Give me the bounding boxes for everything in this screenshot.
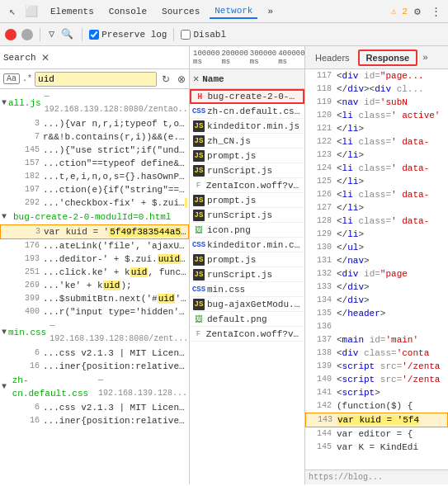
tree-line[interactable]: 16...iner{position:relative;display:inli… — [0, 360, 189, 373]
more-icon[interactable]: ⋮ — [427, 2, 445, 21]
file-item[interactable]: JSrunScript.js — [190, 208, 304, 223]
file-item[interactable]: JSkindeditor.min.js — [190, 119, 304, 134]
tree-line[interactable]: 6...css v2.1.3 | MIT License | git.io/n.… — [0, 347, 189, 360]
search-network-icon[interactable]: 🔍 — [59, 28, 75, 40]
resp-line[interactable]: 144var editor = { — [305, 427, 448, 441]
file-item[interactable]: CSSkindeditor.min.css — [190, 238, 304, 252]
resp-line[interactable]: 134</div> — [305, 294, 448, 307]
file-item[interactable]: JSprompt.js — [190, 149, 304, 163]
settings-icon[interactable]: ⚙ — [408, 2, 427, 21]
tree-toggle-bug-create[interactable]: ▼ — [2, 210, 12, 224]
file-item[interactable]: JSrunScript.js — [190, 163, 304, 178]
tree-line[interactable]: 6...css v2.1.3 | MIT License | git.io/n.… — [0, 401, 189, 414]
code-tree[interactable]: ▼ all.js — 192.168.139.128:8080/zentao..… — [0, 89, 189, 484]
file-item[interactable]: FZentaIcon.woff?v... — [190, 178, 304, 193]
tree-line[interactable]: 176...ateLink('file', 'ajaxUpload', 'uid… — [0, 239, 189, 252]
preserve-log-label[interactable]: Preserve log — [89, 30, 167, 40]
resp-line[interactable]: 118</div><div cl... — [305, 83, 448, 96]
resp-line[interactable]: 135</header> — [305, 307, 448, 320]
file-item[interactable]: JSzh_CN.js — [190, 134, 304, 149]
tab-response[interactable]: Response — [358, 50, 418, 66]
preserve-log-checkbox[interactable] — [89, 30, 99, 40]
tab-elements[interactable]: Elements — [45, 5, 99, 18]
tree-line[interactable]: 269...'ke' + kuid); — [0, 279, 189, 292]
record-button[interactable] — [5, 29, 17, 40]
file-item[interactable]: CSSmin.css — [190, 282, 304, 297]
tree-line[interactable]: 193...deditor-' + $.zui.uuid(); — [0, 252, 189, 266]
resp-line[interactable]: 122<li class=' data- — [305, 135, 448, 149]
filter-icon[interactable]: ▽ — [47, 28, 56, 40]
file-item-selected[interactable]: H bug-create-2-0-m... — [190, 89, 304, 104]
tab-headers[interactable]: Headers — [309, 51, 356, 64]
file-item[interactable]: JSrunScript.js — [190, 267, 304, 282]
resp-line[interactable]: 131</nav> — [305, 254, 448, 267]
file-item[interactable]: JSbug-ajaxGetModu... — [190, 297, 304, 312]
tree-line[interactable]: 16...iner{position:relative;display:inli… — [0, 414, 189, 427]
tree-line[interactable]: 251...click.ke' + kuid, function(){$.en.… — [0, 266, 189, 279]
tree-line[interactable]: 292...'checkbox-fix' + $.zui.uuid(); — [0, 196, 189, 210]
file-item[interactable]: CSSzh-cn.default.css?v... — [190, 104, 304, 119]
resp-line-highlighted[interactable]: 143 var kuid = '5f4 — [305, 413, 448, 427]
tab-network[interactable]: Network — [210, 4, 257, 19]
resp-line[interactable]: 138<div class='conta — [305, 347, 448, 360]
tree-file-all-js[interactable]: ▼ all.js — 192.168.139.128:8080/zentao..… — [0, 89, 189, 117]
resp-line[interactable]: 130</ul> — [305, 241, 448, 254]
file-item[interactable]: JSprompt.js — [190, 252, 304, 267]
close-search-button[interactable]: ✕ — [39, 51, 52, 64]
cursor-icon[interactable]: ↖ — [3, 2, 21, 21]
resp-line[interactable]: 139<script src='/zenta — [305, 360, 448, 373]
tree-toggle-zh-cn-css[interactable]: ▼ — [2, 380, 11, 394]
resp-line[interactable]: 141<script> — [305, 386, 448, 399]
file-item[interactable]: FZentaIcon.woff?v... — [190, 327, 304, 342]
tree-line[interactable]: 145...){"use strict";if("undefined"==t..… — [0, 144, 189, 157]
resp-line[interactable]: 119<nav id='subN — [305, 96, 448, 109]
tree-line[interactable]: 7r&&!b.contains(r,i))&&(e.type===... — [0, 130, 189, 144]
resp-line[interactable]: 127</li> — [305, 201, 448, 215]
case-sensitive-button[interactable]: Aa — [3, 73, 20, 84]
resp-line[interactable]: 133</div> — [305, 281, 448, 294]
tab-console[interactable]: Console — [104, 5, 152, 18]
tree-file-zh-cn-css[interactable]: ▼ zh-cn.default.css — 192.168.139.128... — [0, 373, 189, 401]
refresh-search-button[interactable]: ↻ — [159, 73, 172, 86]
tree-line[interactable]: 157...ction"==typeof define&&!define.&..… — [0, 157, 189, 170]
resp-line[interactable]: 117<div id="page... — [305, 69, 448, 83]
file-list-header-close[interactable]: ✕ — [193, 73, 199, 85]
resp-line[interactable]: 120<li class=' active' — [305, 109, 448, 122]
disable-cache-label[interactable]: Disabl — [181, 30, 226, 40]
tree-toggle-all-js[interactable]: ▼ — [2, 97, 7, 110]
resp-line[interactable]: 142(function($) { — [305, 399, 448, 413]
resp-line[interactable]: 132<div id="page — [305, 267, 448, 281]
resp-line[interactable]: 126<li class=' data- — [305, 188, 448, 201]
tree-file-bug-create[interactable]: ▼ bug-create-2-0-modulId=0.html — [0, 210, 189, 224]
tree-line[interactable]: 399...$submitBtn.next('#uid').remove(); — [0, 292, 189, 305]
tree-file-min-css[interactable]: ▼ min.css — 192.168.139.128:8080/zent... — [0, 318, 189, 347]
warning-icon[interactable]: ⚠ 2 — [390, 2, 408, 21]
tree-line[interactable]: 182...t,e,i,n,o,s={}.hasOwnProperty,a... — [0, 170, 189, 183]
stop-button[interactable] — [21, 29, 33, 40]
resp-line[interactable]: 137<main id='main' — [305, 333, 448, 347]
resp-line[interactable]: 125</li> — [305, 175, 448, 188]
tab-sources[interactable]: Sources — [157, 5, 205, 18]
disable-cache-checkbox[interactable] — [181, 30, 191, 40]
tree-line[interactable]: 400...r("input type='hidden' id= ui... — [0, 305, 189, 318]
resp-line[interactable]: 124<li class=' data- — [305, 162, 448, 175]
tree-toggle-min-css[interactable]: ▼ — [2, 326, 7, 339]
resp-line[interactable]: 136 — [305, 320, 448, 333]
resp-line[interactable]: 128<li class=' data- — [305, 215, 448, 228]
regex-button[interactable]: .* — [22, 74, 32, 83]
clear-search-button[interactable]: ⊗ — [175, 73, 188, 86]
resp-line[interactable]: 123</li> — [305, 149, 448, 162]
tab-more-response[interactable]: » — [419, 53, 431, 63]
tab-more[interactable]: » — [262, 5, 278, 18]
resp-line[interactable]: 145var K = KindEdi — [305, 441, 448, 454]
resp-line[interactable]: 129</li> — [305, 228, 448, 241]
tree-line[interactable]: 197...ction(e){if("string"===typeof e)..… — [0, 183, 189, 196]
inspect-icon[interactable]: ⬜ — [22, 2, 40, 21]
tree-line[interactable]: 3...){var n,r,i;typeof t,o=e.document... — [0, 117, 189, 130]
file-item[interactable]: JSprompt.js — [190, 193, 304, 208]
tree-line-highlighted[interactable]: 3 var kuid = '5f49f383544a5'; — [0, 224, 189, 239]
search-input[interactable] — [35, 72, 157, 87]
file-item[interactable]: 🖼default.png — [190, 312, 304, 327]
file-item[interactable]: 🖼icon.png — [190, 223, 304, 238]
resp-line[interactable]: 121</li> — [305, 122, 448, 135]
